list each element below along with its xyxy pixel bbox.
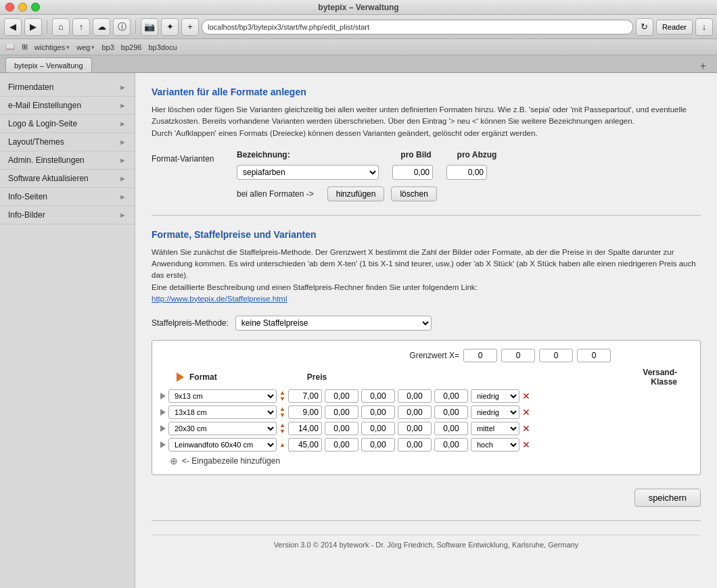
sidebar-label-admin: Admin. Einstellungen (8, 155, 85, 165)
format-select-1[interactable]: 9x13 cm (168, 389, 277, 403)
preis-input-1[interactable] (288, 389, 322, 403)
sidebar-label-software: Software Aktualisieren (8, 174, 89, 183)
download-button[interactable]: ↓ (695, 18, 713, 36)
share-button[interactable]: ↑ (72, 18, 90, 36)
back-button[interactable]: ◀ (4, 18, 22, 36)
format-select-2[interactable]: 13x18 cm (168, 406, 277, 419)
bookmark-weg[interactable]: weg ▾ (76, 43, 95, 51)
versand-select-1[interactable]: niedrig mittel hoch (471, 389, 519, 403)
versand-select-4[interactable]: niedrig mittel hoch (471, 438, 519, 451)
staffel-methode-select[interactable]: keine Staffelpreise ab dem X-ten ab X St… (235, 316, 432, 330)
col-input-4-3[interactable] (398, 438, 432, 451)
delete-row-1-icon[interactable]: ✕ (522, 391, 530, 401)
main-tab[interactable]: bytepix – Verwaltung (5, 57, 92, 72)
expand-row-1-icon[interactable] (160, 393, 166, 399)
up-arrow-4[interactable]: ▲ (279, 442, 285, 448)
bookmark-bp3docu[interactable]: bp3docu (148, 43, 177, 51)
footer-divider (152, 520, 701, 521)
updown-2: ▲ ▼ (279, 406, 285, 418)
close-button[interactable] (5, 3, 14, 11)
versand-select-3[interactable]: niedrig mittel hoch (471, 422, 519, 435)
expand-row-4-icon[interactable] (160, 441, 166, 448)
down-arrow-3[interactable]: ▼ (279, 428, 285, 435)
info-button[interactable]: ⓘ (113, 18, 131, 36)
screenshot-button[interactable]: 📷 (141, 18, 158, 36)
preis-input-4[interactable] (288, 438, 322, 451)
bookmark-books-icon[interactable]: 📖 (5, 43, 15, 51)
sidebar-item-infoseiten[interactable]: Info-Seiten ► (0, 188, 135, 206)
col-input-4-1[interactable] (325, 438, 358, 451)
add-tab-button[interactable]: + (181, 18, 199, 36)
new-tab-button[interactable]: + (695, 60, 712, 72)
pro-bild-input[interactable] (392, 165, 433, 180)
bookmark-bp296[interactable]: bp296 (121, 43, 142, 51)
col-input-2-1[interactable] (325, 406, 358, 419)
col-input-3-2[interactable] (361, 422, 395, 435)
sidebar-item-logo[interactable]: Logo & Login-Seite ► (0, 115, 135, 133)
col-input-3-4[interactable] (434, 422, 468, 435)
col-input-3-3[interactable] (398, 422, 432, 435)
sidebar-item-firmendaten[interactable]: Firmendaten ► (0, 78, 135, 97)
sidebar-item-software[interactable]: Software Aktualisieren ► (0, 170, 135, 188)
format-col-header: Format (177, 372, 295, 382)
col-input-2-4[interactable] (434, 406, 468, 419)
down-arrow-1[interactable]: ▼ (279, 396, 285, 402)
grenzwert-label: Grenzwert X= (409, 351, 459, 360)
home-button[interactable]: ⌂ (52, 18, 70, 36)
reader-button[interactable]: Reader (656, 20, 693, 34)
address-bar[interactable]: localhost/bp3/bytepix3/start/fw.php/edit… (202, 20, 633, 34)
grenzwert-input-2[interactable] (501, 349, 535, 362)
loeschen-button[interactable]: löschen (391, 187, 436, 201)
sidebar-item-layout[interactable]: Layout/Themes ► (0, 133, 135, 151)
col-input-2-3[interactable] (398, 406, 432, 419)
speichern-button[interactable]: speichern (634, 489, 701, 507)
format-select-3[interactable]: 20x30 cm (168, 422, 277, 435)
staffel-link[interactable]: http://www.bytepix.de/Staffelpreise.html (152, 295, 287, 303)
col-input-1-2[interactable] (361, 389, 395, 403)
forward-button[interactable]: ▶ (24, 18, 42, 36)
expand-row-2-icon[interactable] (160, 409, 166, 416)
pro-abzug-input[interactable] (446, 165, 487, 180)
hinzufuegen-button[interactable]: hinzufügen (327, 187, 385, 201)
sidebar-item-infobilder[interactable]: Info-Bilder ► (0, 206, 135, 224)
col-input-1-3[interactable] (398, 389, 432, 403)
preis-input-3[interactable] (288, 422, 322, 435)
col-input-4-4[interactable] (434, 438, 468, 451)
toolbar-separator2 (135, 20, 136, 34)
delete-row-4-icon[interactable]: ✕ (522, 439, 530, 450)
bookmark-bp3[interactable]: bp3 (101, 43, 114, 51)
sidebar-item-admin[interactable]: Admin. Einstellungen ► (0, 151, 135, 170)
grenzwert-input-3[interactable] (539, 349, 573, 362)
minimize-button[interactable] (18, 3, 27, 11)
preis-input-2[interactable] (288, 406, 322, 419)
expand-row-3-icon[interactable] (160, 425, 166, 432)
grenzwert-input-1[interactable] (463, 349, 497, 362)
grenzwert-row: Grenzwert X= (160, 349, 692, 362)
cloud-button[interactable]: ☁ (93, 18, 110, 36)
col-input-3-1[interactable] (325, 422, 358, 435)
expand-all-icon[interactable] (177, 372, 184, 382)
down-arrow-2[interactable]: ▼ (279, 412, 285, 418)
refresh-button[interactable]: ↻ (636, 18, 653, 36)
delete-row-3-icon[interactable]: ✕ (522, 423, 530, 434)
maximize-button[interactable] (31, 3, 40, 11)
col-input-4-2[interactable] (361, 438, 395, 451)
window-controls[interactable] (5, 3, 40, 11)
bei-allen-label: bei allen Formaten -> (237, 189, 314, 199)
col-input-1-4[interactable] (434, 389, 468, 403)
sidebar-item-email[interactable]: e-Mail Einstellungen ► (0, 97, 135, 115)
col-input-2-2[interactable] (361, 406, 395, 419)
bookmark-grid-icon[interactable]: ⊞ (22, 43, 28, 51)
format-row-3: 20x30 cm ▲ ▼ niedrig mittel hoch (160, 422, 692, 435)
col-input-1-1[interactable] (325, 389, 358, 403)
variante-select[interactable]: sepiafarben > neu < (237, 165, 379, 180)
add-row-button[interactable]: ⊕ <- Eingabezeile hinzufügen (160, 456, 692, 466)
grenzwert-input-4[interactable] (577, 349, 611, 362)
sidebar-label-layout: Layout/Themes (8, 137, 64, 147)
star-button[interactable]: ✦ (161, 18, 179, 36)
versand-select-2[interactable]: niedrig mittel hoch (471, 406, 519, 419)
pro-abzug-header: pro Abzug (453, 150, 501, 160)
format-select-4[interactable]: Leinwandfoto 60x40 cm (168, 438, 277, 451)
delete-row-2-icon[interactable]: ✕ (522, 407, 530, 418)
bookmark-wichtiges[interactable]: wichtiges ▾ (34, 43, 70, 51)
